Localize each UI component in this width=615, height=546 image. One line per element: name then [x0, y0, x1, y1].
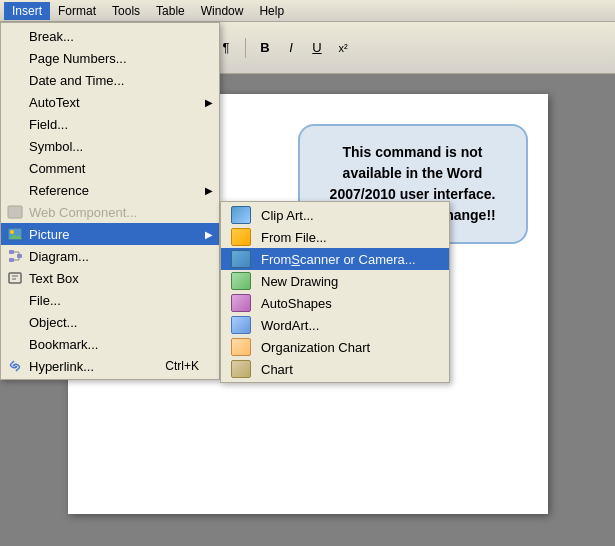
- menu-item-picture[interactable]: Picture ▶: [1, 223, 219, 245]
- menubar-item-window[interactable]: Window: [193, 2, 252, 20]
- web-component-icon: [5, 202, 25, 222]
- menubar-item-tools[interactable]: Tools: [104, 2, 148, 20]
- clip-art-icon: [227, 205, 255, 225]
- menu-item-date-time[interactable]: Date and Time...: [1, 69, 219, 91]
- menu-item-autotext[interactable]: AutoText▶: [1, 91, 219, 113]
- org-chart-icon: [227, 337, 255, 357]
- menu-item-page-numbers[interactable]: Page Numbers...: [1, 47, 219, 69]
- hyperlink-icon: [5, 356, 25, 376]
- menubar: Insert Format Tools Table Window Help: [0, 0, 615, 22]
- svg-rect-0: [8, 206, 22, 218]
- menubar-item-help[interactable]: Help: [251, 2, 292, 20]
- svg-rect-4: [9, 250, 14, 254]
- italic-button[interactable]: I: [280, 37, 302, 59]
- new-drawing-icon: [227, 271, 255, 291]
- menu-item-object[interactable]: Object...: [1, 311, 219, 333]
- svg-point-2: [10, 230, 14, 234]
- submenu-item-chart[interactable]: Chart: [221, 358, 449, 380]
- picture-icon: [5, 224, 25, 244]
- hyperlink-shortcut: Ctrl+K: [165, 359, 199, 373]
- menu-item-web-component: Web Component...: [1, 201, 219, 223]
- insert-menu: Break... Page Numbers... Date and Time..…: [0, 22, 220, 380]
- from-scanner-icon: [227, 249, 255, 269]
- svg-rect-11: [9, 273, 21, 283]
- submenu-item-org-chart[interactable]: Organization Chart: [221, 336, 449, 358]
- menu-item-symbol[interactable]: Symbol...: [1, 135, 219, 157]
- menu-item-comment[interactable]: Comment: [1, 157, 219, 179]
- superscript-button[interactable]: x²: [332, 37, 354, 59]
- svg-rect-5: [9, 258, 14, 262]
- autotext-arrow: ▶: [205, 97, 213, 108]
- menu-item-break[interactable]: Break...: [1, 25, 219, 47]
- submenu-item-from-scanner[interactable]: From Scanner or Camera...: [221, 248, 449, 270]
- menu-item-field[interactable]: Field...: [1, 113, 219, 135]
- menu-item-diagram[interactable]: Diagram...: [1, 245, 219, 267]
- picture-arrow: ▶: [205, 229, 213, 240]
- submenu-item-clip-art[interactable]: Clip Art...: [221, 204, 449, 226]
- reference-arrow: ▶: [205, 185, 213, 196]
- textbox-icon: [5, 268, 25, 288]
- toolbar-sep-2: [245, 38, 246, 58]
- menubar-item-table[interactable]: Table: [148, 2, 193, 20]
- submenu-item-autoshapes[interactable]: AutoShapes: [221, 292, 449, 314]
- menu-item-bookmark[interactable]: Bookmark...: [1, 333, 219, 355]
- bold-button[interactable]: B: [254, 37, 276, 59]
- diagram-icon: [5, 246, 25, 266]
- autoshapes-icon: [227, 293, 255, 313]
- menu-item-textbox[interactable]: Text Box: [1, 267, 219, 289]
- submenu-item-wordart[interactable]: WordArt...: [221, 314, 449, 336]
- menubar-item-format[interactable]: Format: [50, 2, 104, 20]
- picture-submenu: Clip Art... From File... From Scanner or…: [220, 201, 450, 383]
- chart-icon: [227, 359, 255, 379]
- from-file-icon: [227, 227, 255, 247]
- menubar-item-insert[interactable]: Insert: [4, 2, 50, 20]
- submenu-item-from-file[interactable]: From File...: [221, 226, 449, 248]
- menu-item-file[interactable]: File...: [1, 289, 219, 311]
- wordart-icon: [227, 315, 255, 335]
- menu-item-hyperlink[interactable]: Hyperlink... Ctrl+K: [1, 355, 219, 377]
- menu-item-reference[interactable]: Reference▶: [1, 179, 219, 201]
- underline-button[interactable]: U: [306, 37, 328, 59]
- submenu-item-new-drawing[interactable]: New Drawing: [221, 270, 449, 292]
